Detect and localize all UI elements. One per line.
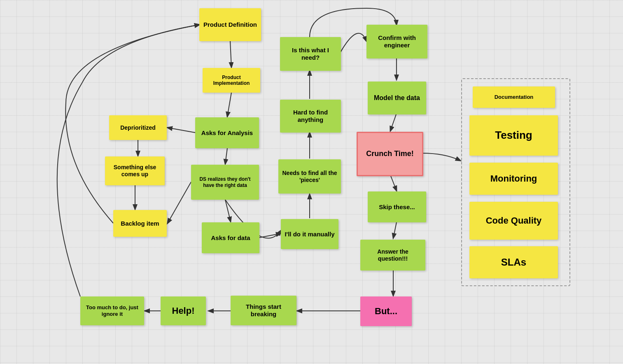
svg-line-15 bbox=[393, 222, 397, 238]
is-this-what-node: Is this what I need? bbox=[280, 37, 341, 71]
model-data-node: Model the data bbox=[368, 82, 426, 114]
things-start-breaking-node: Things start breaking bbox=[231, 296, 296, 325]
slas-node: SLAs bbox=[469, 246, 558, 278]
product-implementation-node: Product Implementation bbox=[203, 68, 260, 93]
crunch-time-node: Crunch Time! bbox=[357, 132, 423, 176]
something-else-node: Something else comes up bbox=[105, 156, 165, 185]
but-node: But... bbox=[360, 296, 412, 326]
svg-line-4 bbox=[168, 128, 195, 133]
ill-do-it-node: I'll do it manually bbox=[281, 219, 338, 249]
asks-for-data-node: Asks for data bbox=[202, 222, 259, 253]
skip-these-node: Skip these... bbox=[368, 191, 426, 222]
asks-for-analysis-node: Asks for Analysis bbox=[195, 117, 259, 148]
help-node: Help! bbox=[161, 296, 206, 325]
documentation-node: Documentation bbox=[473, 86, 555, 108]
hard-to-find-node: Hard to find anything bbox=[280, 100, 341, 133]
confirm-engineer-node: Confirm with engineer bbox=[366, 25, 427, 58]
code-quality-node: Code Quality bbox=[469, 202, 558, 240]
svg-line-13 bbox=[390, 113, 397, 131]
deprioritized-node: Deprioritized bbox=[109, 115, 167, 140]
answer-question-node: Answer the question!!! bbox=[360, 240, 425, 271]
svg-line-3 bbox=[225, 200, 231, 222]
ds-realizes-node: DS realizes they don't have the right da… bbox=[191, 165, 259, 200]
too-much-node: Too much to do, just ignore it bbox=[80, 296, 144, 325]
monitoring-node: Monitoring bbox=[469, 163, 558, 195]
product-definition-node: Product Definition bbox=[199, 8, 261, 41]
svg-line-2 bbox=[225, 148, 227, 164]
needs-to-find-node: Needs to find all the 'pieces' bbox=[278, 159, 341, 194]
backlog-item-node: Backlog item bbox=[113, 210, 167, 237]
testing-node: Testing bbox=[469, 115, 558, 156]
svg-line-8 bbox=[259, 233, 281, 238]
svg-line-1 bbox=[227, 93, 231, 117]
svg-line-7 bbox=[168, 182, 191, 223]
svg-line-0 bbox=[230, 41, 231, 67]
svg-line-14 bbox=[390, 175, 397, 191]
